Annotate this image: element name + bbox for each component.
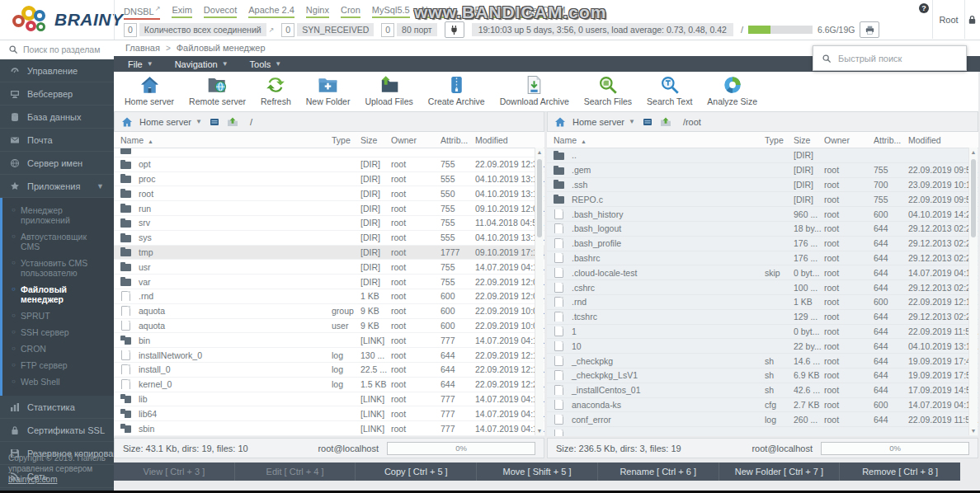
sidebar-item[interactable]: Сервер имен ▼	[0, 152, 114, 175]
table-row[interactable]: REPO.c [DIR] root 755 22.09.2019 09:51..…	[547, 192, 978, 207]
table-row[interactable]: .bash_logout 18 by... root 644 29.12.201…	[547, 222, 978, 237]
copyright-link[interactable]: brainycp.com	[8, 475, 57, 484]
column-header[interactable]: Type	[332, 135, 360, 145]
connection-counter[interactable]: 0 80 порт ↗	[381, 23, 436, 37]
sidebar-subitem[interactable]: Установить CMS пользователю	[2, 255, 114, 281]
server-select[interactable]: Home server	[139, 117, 191, 127]
table-row[interactable]	[547, 427, 978, 436]
toolbar-button[interactable]: Remote server	[181, 72, 253, 106]
sidebar-item[interactable]: Сертификаты SSL ▼	[0, 419, 114, 442]
toolbar-button[interactable]: Home server	[117, 72, 181, 106]
service-link[interactable]: Nginx↗	[306, 5, 329, 18]
toolbar-button[interactable]: New Folder	[299, 72, 358, 106]
table-row[interactable]: .bashrc 176 ... root 644 29.12.2013 02:2…	[547, 251, 978, 266]
table-row[interactable]: install_0 log 22.5 ... root 644 22.09.20…	[114, 363, 544, 378]
sidebar-subitem[interactable]: SSH сервер	[2, 324, 114, 340]
toolbar-button[interactable]: Upload Files	[357, 72, 420, 106]
menubar-item[interactable]: File▼	[117, 56, 164, 72]
connection-counter[interactable]: 0 Количество всех соединений ↗	[124, 23, 274, 37]
breadcrumb-home[interactable]: Главная	[125, 43, 160, 53]
sidebar-subitem[interactable]: CRON	[2, 340, 114, 357]
toolbar-button[interactable]: Refresh	[253, 72, 299, 106]
table-row[interactable]: conf_error log 260 ... root 644 22.09.20…	[547, 412, 978, 427]
plug-icon[interactable]	[445, 21, 464, 38]
logout-lock-icon[interactable]	[964, 0, 980, 39]
table-row[interactable]: kernel_0 log 1.5 KB root 644 22.09.2019 …	[114, 378, 544, 392]
toolbar-button[interactable]: Analyze Size	[700, 72, 765, 106]
sidebar-item[interactable]: Управление ▼	[0, 59, 114, 82]
scroll-down-icon[interactable]: ▼	[969, 428, 978, 434]
column-header[interactable]: Modified	[475, 135, 544, 145]
table-row[interactable]: anaconda-ks cfg 2.7 KB root 600 14.07.20…	[547, 398, 978, 413]
column-header[interactable]: Attrib...	[874, 135, 908, 145]
sidebar-subitem[interactable]: Менеджер приложений	[2, 202, 114, 228]
table-row[interactable]: run [DIR] root 755 09.10.2019 12:01...	[114, 201, 544, 216]
sidebar-subitem[interactable]: FTP сервер	[2, 357, 114, 373]
table-row[interactable]: aquota group 9 KB root 600 22.09.2019 10…	[114, 304, 544, 319]
toolbar-button[interactable]: Search Text	[639, 72, 700, 106]
table-row[interactable]	[114, 148, 544, 157]
disk-details-icon[interactable]	[860, 21, 879, 38]
table-row[interactable]: _checkpkg_LsV1 sh 6.9 KB root 644 19.09.…	[547, 369, 978, 383]
column-header[interactable]: Name▲	[120, 135, 332, 145]
action-button[interactable]: Copy [ Ctrl + 5 ]	[356, 462, 477, 481]
scrollbar[interactable]: ▲ ▼	[968, 148, 978, 435]
service-link[interactable]: MySql5.5↗	[372, 5, 410, 18]
folder-up-icon[interactable]	[227, 116, 238, 128]
menubar-item[interactable]: Tools▼	[239, 56, 293, 72]
toolbar-button[interactable]: Download Archive	[492, 72, 577, 106]
table-row[interactable]: 1 0 byt... root 644 22.09.2019 11:51...	[547, 325, 978, 340]
table-row[interactable]: .rnd 1 KB root 600 22.09.2019 12:18...	[547, 295, 978, 310]
scroll-down-icon[interactable]: ▼	[535, 428, 544, 434]
connection-counter[interactable]: 0 SYN_RECEIVED ↗	[281, 23, 374, 37]
column-header[interactable]: Size	[794, 135, 824, 145]
column-headers[interactable]: Name▲TypeSizeOwnerAttrib...Modified	[547, 132, 978, 148]
table-row[interactable]: installNetwork_0 log 130 ... root 644 22…	[114, 348, 544, 363]
table-row[interactable]: lib [LINK] root 777 14.07.2019 04:14...	[114, 392, 544, 407]
sidebar-subitem[interactable]: SPRUT	[2, 308, 114, 324]
sidebar-subitem[interactable]: Файловый менеджер	[2, 281, 114, 308]
service-link[interactable]: Cron↗	[341, 5, 360, 18]
service-link[interactable]: DNSBL↗	[124, 5, 160, 20]
column-header[interactable]: Owner	[391, 135, 441, 145]
table-row[interactable]: .rnd 1 KB root 600 22.09.2019 12:03...	[114, 289, 544, 304]
table-row[interactable]: .. [DIR]	[547, 148, 978, 163]
column-header[interactable]: Attrib...	[441, 135, 475, 145]
table-row[interactable]: lib64 [LINK] root 777 14.07.2019 04:14..…	[114, 406, 544, 421]
table-row[interactable]: usr [DIR] root 755 14.07.2019 04:14...	[114, 260, 544, 275]
table-row[interactable]: srv [DIR] root 755 11.04.2018 04:59...	[114, 216, 544, 231]
sidebar-subitem[interactable]: Web Shell	[2, 373, 114, 390]
table-row[interactable]: .tcshrc 129 ... root 644 29.12.2013 02:2…	[547, 310, 978, 325]
menubar-item[interactable]: Navigation▼	[164, 56, 239, 72]
scroll-up-icon[interactable]: ▲	[969, 149, 978, 155]
table-row[interactable]: _installCentos_01 sh 42.6 ... root 644 1…	[547, 383, 978, 398]
table-row[interactable]: bin [LINK] root 777 14.07.2019 04:14...	[114, 333, 544, 348]
toolbar-button[interactable]: Create Archive	[421, 72, 492, 106]
action-button[interactable]: Move [ Shift + 5 ]	[477, 462, 598, 481]
column-header[interactable]: Owner	[824, 135, 874, 145]
table-row[interactable]: root [DIR] root 550 04.10.2019 13:11...	[114, 186, 544, 201]
table-row[interactable]: sys [DIR] root 555 04.10.2019 13:14...	[114, 231, 544, 246]
storage-icon[interactable]	[642, 116, 653, 128]
service-link[interactable]: Apache 2.4↗	[248, 5, 294, 18]
quick-search-input[interactable]: Быстрый поиск	[813, 45, 967, 71]
column-header[interactable]: Name▲	[554, 135, 765, 145]
scrollbar-thumb[interactable]	[971, 159, 976, 237]
table-row[interactable]: .bash_profile 176 ... root 644 29.12.201…	[547, 237, 978, 251]
action-button[interactable]: Rename [ Ctrl + 6 ]	[598, 462, 719, 481]
sidebar-search[interactable]: Поиск по разделам	[0, 40, 114, 59]
scrollbar-thumb[interactable]	[537, 159, 542, 237]
sidebar-item[interactable]: Приложения ▼	[0, 175, 114, 198]
table-row[interactable]: 10 22 by... root 644 04.10.2019 13:11...	[547, 339, 978, 354]
sidebar-item[interactable]: Почта ▼	[0, 129, 114, 152]
sidebar-item[interactable]: Статистика ▼	[0, 396, 114, 419]
table-row[interactable]: proc [DIR] root 555 04.10.2019 13:14...	[114, 172, 544, 187]
help-icon[interactable]: ?	[919, 3, 929, 13]
action-button[interactable]: Remove [ Ctrl + 8 ]	[840, 462, 960, 481]
table-row[interactable]: .cshrc 100 ... root 644 29.12.2013 02:26…	[547, 280, 978, 295]
table-row[interactable]: _checkpkg sh 14.6 ... root 644 19.09.201…	[547, 354, 978, 369]
column-header[interactable]: Type	[765, 135, 794, 145]
sidebar-subitem[interactable]: Автоустановщик CMS	[2, 228, 114, 255]
table-row[interactable]: .cloud-locale-test skip 0 byt... root 64…	[547, 265, 978, 280]
column-headers[interactable]: Name▲TypeSizeOwnerAttrib...Modified	[114, 132, 544, 148]
